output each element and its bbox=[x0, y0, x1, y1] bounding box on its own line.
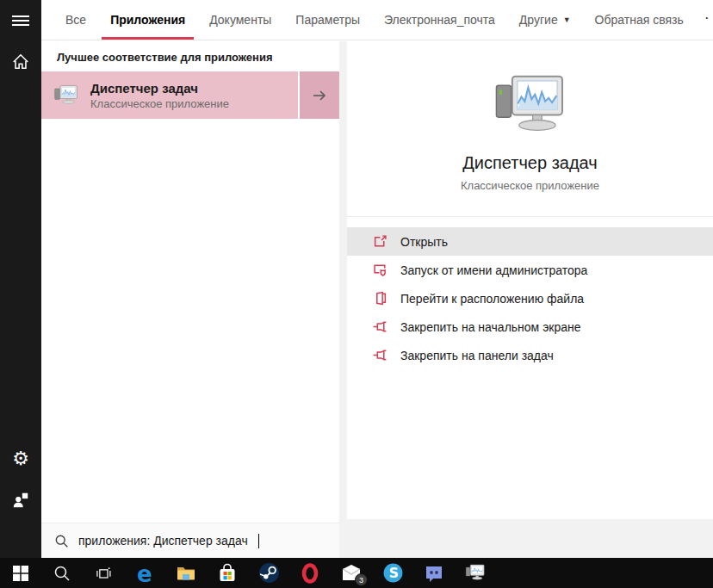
action-list: Открыть Запуск от имени администратора П… bbox=[347, 227, 713, 369]
opera-icon bbox=[300, 563, 320, 584]
task-manager-icon bbox=[53, 84, 80, 107]
task-view-button[interactable] bbox=[83, 558, 124, 588]
taskbar-search-button[interactable] bbox=[41, 558, 83, 588]
start-button[interactable] bbox=[0, 558, 41, 588]
settings-icon: ⚙ bbox=[12, 449, 29, 468]
action-pin-to-taskbar[interactable]: Закрепить на панели задач bbox=[347, 341, 713, 369]
skype-button[interactable]: S bbox=[372, 558, 413, 588]
preview-divider bbox=[347, 216, 713, 217]
mail-button[interactable]: 3 bbox=[331, 558, 372, 588]
taskbar: e bbox=[0, 558, 713, 588]
microsoft-store-button[interactable] bbox=[207, 558, 248, 588]
edge-icon: e bbox=[133, 562, 156, 585]
task-manager-icon bbox=[464, 564, 487, 582]
search-input[interactable]: приложения: Диспетчер задач bbox=[78, 534, 248, 548]
microsoft-store-icon bbox=[217, 563, 238, 584]
sidebar: ⚙ bbox=[0, 0, 41, 558]
tab-settings[interactable]: Параметры bbox=[287, 0, 369, 40]
windows-search-panel: ⚙ Все Приложения Документы Параметры Эле… bbox=[0, 0, 713, 588]
tab-all[interactable]: Все bbox=[57, 0, 95, 40]
action-open-file-location[interactable]: Перейти к расположению файла bbox=[347, 284, 713, 313]
hamburger-menu-icon bbox=[12, 13, 29, 28]
mail-unread-badge: 3 bbox=[355, 573, 368, 586]
edge-button[interactable]: e bbox=[124, 558, 165, 588]
search-bar[interactable]: приложения: Диспетчер задач bbox=[41, 523, 339, 558]
feedback-link[interactable]: Обратная связь bbox=[586, 13, 692, 27]
tab-apps[interactable]: Приложения bbox=[102, 0, 194, 40]
skype-icon: S bbox=[382, 562, 404, 584]
best-match-title: Диспетчер задач bbox=[90, 81, 229, 96]
task-manager-taskbar-button[interactable] bbox=[455, 558, 496, 588]
best-match-texts: Диспетчер задач Классическое приложение bbox=[90, 81, 229, 110]
action-run-as-admin[interactable]: Запуск от имени администратора bbox=[347, 256, 713, 284]
steam-button[interactable] bbox=[248, 558, 289, 588]
file-explorer-icon bbox=[176, 563, 196, 584]
steam-icon bbox=[258, 562, 280, 584]
home-button[interactable] bbox=[0, 41, 41, 83]
pin-to-start-icon bbox=[373, 319, 388, 334]
start-button-icon bbox=[13, 566, 28, 581]
discord-icon bbox=[424, 563, 444, 584]
preview-title: Диспетчер задач bbox=[462, 153, 597, 173]
svg-text:e: e bbox=[137, 562, 152, 585]
task-manager-icon bbox=[489, 74, 572, 138]
user-icon bbox=[11, 491, 30, 510]
home-icon bbox=[11, 53, 30, 71]
best-match-main[interactable]: Диспетчер задач Классическое приложение bbox=[41, 71, 298, 119]
action-open[interactable]: Открыть bbox=[347, 227, 713, 256]
tab-bar: Все Приложения Документы Параметры Элект… bbox=[41, 0, 713, 40]
file-location-icon bbox=[373, 291, 388, 306]
tab-email[interactable]: Электронная_почта bbox=[375, 0, 504, 40]
opera-button[interactable] bbox=[289, 558, 331, 588]
preview-panel: Диспетчер задач Классическое приложение … bbox=[347, 41, 713, 519]
results-column: Лучшее соответствие для приложения Диспе… bbox=[41, 41, 339, 558]
search-icon bbox=[53, 565, 71, 582]
preview-subtitle: Классическое приложение bbox=[461, 179, 599, 192]
tab-bar-right: Обратная связь ··· bbox=[586, 0, 713, 40]
task-view-icon bbox=[95, 565, 112, 582]
open-icon bbox=[373, 234, 388, 249]
expand-result-button[interactable] bbox=[298, 71, 339, 119]
action-pin-to-start[interactable]: Закрепить на начальном экране bbox=[347, 313, 713, 341]
svg-text:S: S bbox=[388, 566, 398, 581]
more-options-button[interactable]: ··· bbox=[692, 9, 713, 32]
run-as-admin-icon bbox=[373, 263, 388, 277]
arrow-right-icon bbox=[311, 87, 328, 104]
file-explorer-button[interactable] bbox=[165, 558, 207, 588]
tab-more-filters[interactable]: Другие ▼ bbox=[511, 0, 580, 40]
search-icon bbox=[54, 534, 69, 548]
pin-to-taskbar-icon bbox=[373, 348, 388, 362]
hamburger-menu-button[interactable] bbox=[0, 0, 41, 41]
text-cursor bbox=[258, 534, 259, 548]
chevron-down-icon: ▼ bbox=[563, 15, 571, 24]
best-match-heading: Лучшее соответствие для приложения bbox=[41, 41, 339, 71]
user-button[interactable] bbox=[0, 480, 41, 521]
best-match-subtitle: Классическое приложение bbox=[90, 97, 229, 110]
settings-button[interactable]: ⚙ bbox=[0, 438, 41, 480]
tab-documents[interactable]: Документы bbox=[201, 0, 280, 40]
best-match-result[interactable]: Диспетчер задач Классическое приложение bbox=[41, 71, 339, 119]
discord-button[interactable] bbox=[413, 558, 455, 588]
